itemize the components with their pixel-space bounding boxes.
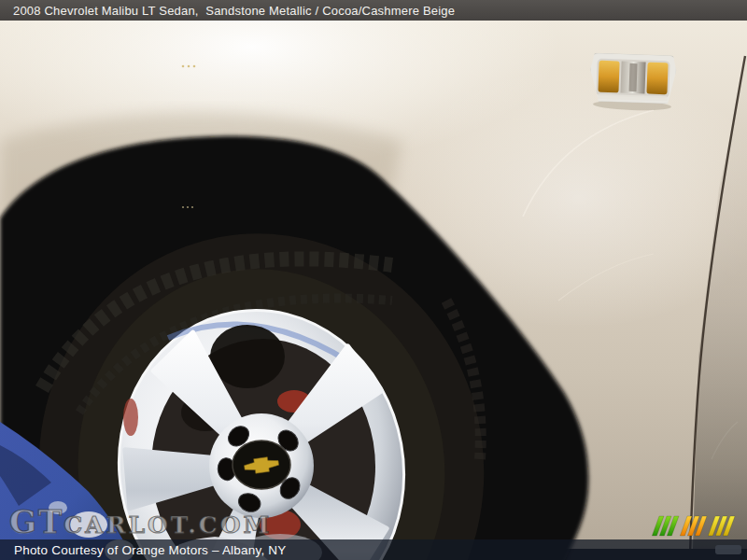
vehicle-title: 2008 Chevrolet Malibu LT Sedan, Sandston… <box>0 4 455 18</box>
watermark-gt: GT <box>9 503 63 540</box>
credit-bar: Photo Courtesy of Orange Motors – Albany… <box>0 539 747 560</box>
gtcarlot-stripes-logo-icon <box>652 513 738 539</box>
car-photo-painting <box>0 21 747 560</box>
amber-lens-left <box>598 61 619 93</box>
car-photo: GTCARLOT.COM <box>0 21 747 560</box>
header-bar: 2008 Chevrolet Malibu LT Sedan, Sandston… <box>0 0 747 21</box>
watermark-carlot: CARLOT.COM <box>63 511 272 539</box>
credit-text: Photo Courtesy of Orange Motors – Albany… <box>0 543 286 557</box>
gtcarlot-watermark: GTCARLOT.COM <box>9 506 272 544</box>
side-marker-light <box>589 52 677 111</box>
amber-lens-right <box>646 63 668 95</box>
screenshot: 2008 Chevrolet Malibu LT Sedan, Sandston… <box>0 0 747 560</box>
